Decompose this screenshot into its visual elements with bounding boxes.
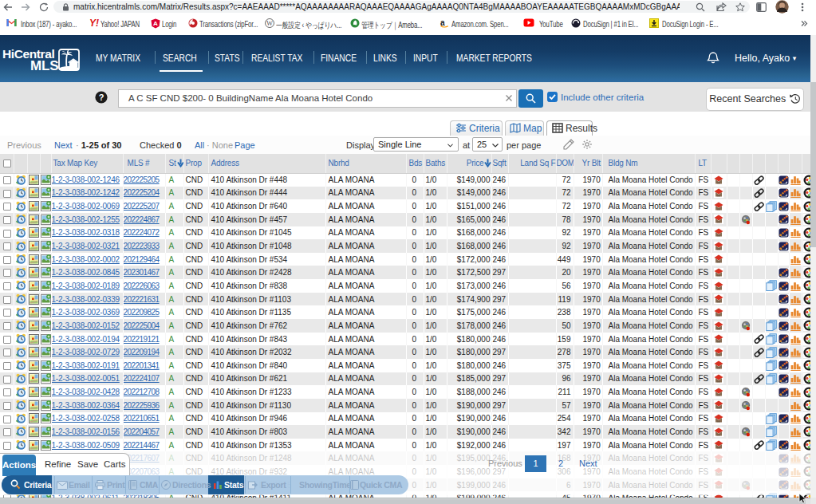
svg-text:?: ? [99,93,104,102]
svg-text:A: A [153,20,158,27]
svg-text:W: W [266,19,273,27]
svg-text:Y!: Y! [89,18,99,28]
